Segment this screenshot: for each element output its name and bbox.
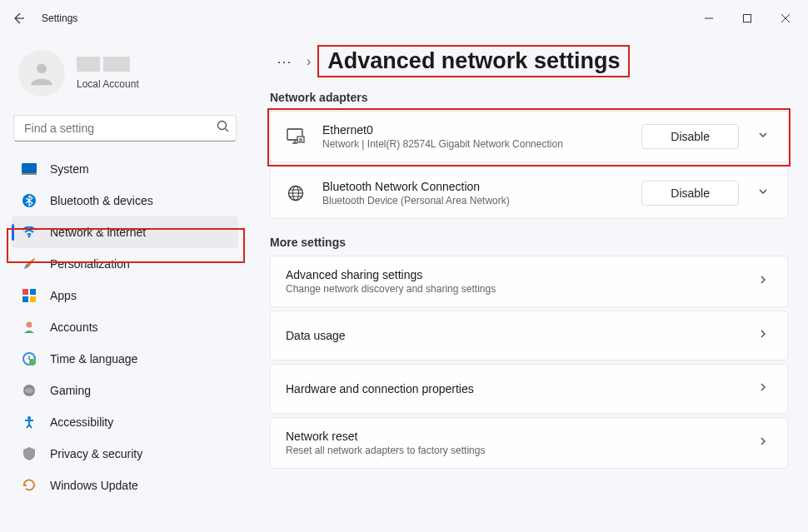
- svg-point-17: [29, 359, 36, 365]
- sidebar-item-label: Network & internet: [50, 226, 146, 239]
- sidebar-item-network[interactable]: Network & internet: [12, 216, 238, 248]
- adapter-card-ethernet[interactable]: Ethernet0 Network | Intel(R) 82574L Giga…: [270, 111, 788, 162]
- content-area: ⋯ › Advanced network settings Network ad…: [250, 37, 808, 532]
- avatar: [18, 50, 65, 97]
- update-icon: [22, 478, 37, 493]
- svg-line-6: [226, 129, 229, 132]
- person-icon: [27, 59, 56, 87]
- card-sub: Change network discovery and sharing set…: [286, 283, 754, 295]
- sidebar-item-label: Windows Update: [50, 479, 138, 492]
- sidebar-item-accessibility[interactable]: Accessibility: [12, 406, 238, 438]
- arrow-left-icon: [12, 12, 25, 25]
- sidebar-item-privacy[interactable]: Privacy & security: [12, 438, 238, 470]
- username-redacted: [103, 57, 130, 72]
- sidebar: Local Account System Bluetooth & devices…: [0, 37, 250, 532]
- svg-point-5: [218, 122, 227, 130]
- disable-button[interactable]: Disable: [641, 181, 739, 206]
- sidebar-item-label: Apps: [50, 289, 77, 302]
- svg-rect-14: [30, 296, 36, 302]
- setting-card-sharing[interactable]: Advanced sharing settings Change network…: [270, 256, 788, 307]
- profile-section[interactable]: Local Account: [12, 45, 238, 108]
- svg-rect-7: [22, 163, 37, 173]
- sidebar-item-personalization[interactable]: Personalization: [12, 248, 238, 280]
- sidebar-item-label: Bluetooth & devices: [50, 194, 153, 207]
- account-type-label: Local Account: [77, 78, 139, 90]
- svg-point-4: [37, 63, 47, 73]
- card-title: Advanced sharing settings: [286, 268, 754, 281]
- sidebar-item-label: Time & language: [50, 352, 137, 365]
- minimize-icon: [705, 14, 713, 22]
- maximize-button[interactable]: [728, 5, 766, 32]
- brush-icon: [22, 256, 37, 271]
- setting-card-hardware[interactable]: Hardware and connection properties: [270, 364, 788, 414]
- clock-icon: [22, 351, 37, 366]
- adapter-name: Ethernet0: [322, 123, 641, 137]
- bluetooth-icon: [22, 193, 37, 208]
- window-controls: [690, 5, 805, 32]
- setting-card-reset[interactable]: Network reset Reset all network adapters…: [270, 417, 788, 469]
- chevron-right-icon: [754, 328, 772, 343]
- card-title: Network reset: [286, 430, 754, 443]
- minimize-button[interactable]: [690, 5, 728, 32]
- chevron-right-icon: [754, 381, 772, 396]
- svg-rect-12: [30, 289, 36, 295]
- sidebar-item-label: Privacy & security: [50, 447, 142, 460]
- chevron-right-icon: [754, 435, 772, 450]
- sidebar-item-apps[interactable]: Apps: [12, 280, 238, 311]
- sidebar-item-accounts[interactable]: Accounts: [12, 311, 238, 343]
- maximize-icon: [743, 14, 751, 22]
- section-label-adapters: Network adapters: [270, 91, 788, 104]
- gaming-icon: [22, 383, 37, 398]
- section-label-more: More settings: [270, 236, 788, 249]
- annotation-highlight: Advanced network settings: [317, 45, 630, 77]
- apps-icon: [22, 288, 37, 303]
- monitor-icon: [286, 128, 306, 145]
- username-redacted: [77, 57, 100, 72]
- setting-card-datausage[interactable]: Data usage: [270, 311, 788, 360]
- chevron-down-icon[interactable]: [754, 129, 772, 144]
- sidebar-item-gaming[interactable]: Gaming: [12, 375, 238, 406]
- adapter-name: Bluetooth Network Connection: [322, 180, 641, 193]
- svg-rect-8: [22, 173, 37, 175]
- shield-icon: [22, 446, 37, 461]
- sidebar-item-label: Accessibility: [50, 415, 113, 429]
- close-button[interactable]: [766, 5, 805, 32]
- disable-button[interactable]: Disable: [641, 124, 739, 149]
- sidebar-item-label: Gaming: [50, 384, 91, 397]
- card-sub: Reset all network adapters to factory se…: [286, 445, 754, 456]
- back-button[interactable]: [3, 3, 33, 33]
- search-box: [13, 115, 237, 142]
- wifi-icon: [22, 225, 37, 240]
- system-icon: [22, 162, 37, 177]
- sidebar-item-system[interactable]: System: [12, 153, 238, 185]
- svg-point-15: [27, 322, 32, 328]
- svg-rect-11: [22, 289, 28, 295]
- sidebar-item-update[interactable]: Windows Update: [12, 470, 238, 501]
- sidebar-item-time[interactable]: Time & language: [12, 343, 238, 375]
- svg-point-10: [28, 236, 31, 238]
- accessibility-icon: [22, 415, 37, 430]
- adapter-detail: Bluetooth Device (Personal Area Network): [322, 195, 641, 206]
- globe-icon: [286, 185, 306, 201]
- breadcrumb: ⋯ › Advanced network settings: [270, 45, 788, 77]
- adapter-detail: Network | Intel(R) 82574L Gigabit Networ…: [322, 138, 641, 150]
- search-icon: [217, 120, 230, 137]
- adapter-card-bluetooth[interactable]: Bluetooth Network Connection Bluetooth D…: [270, 167, 788, 219]
- window-title: Settings: [42, 12, 77, 24]
- sidebar-item-bluetooth[interactable]: Bluetooth & devices: [12, 185, 238, 216]
- chevron-down-icon[interactable]: [754, 186, 772, 201]
- chevron-right-icon: ›: [307, 54, 311, 69]
- breadcrumb-ellipsis[interactable]: ⋯: [270, 49, 300, 74]
- close-icon: [781, 14, 790, 22]
- card-title: Hardware and connection properties: [286, 382, 754, 395]
- page-title: Advanced network settings: [324, 48, 623, 74]
- sidebar-item-label: Accounts: [50, 321, 98, 334]
- chevron-right-icon: [754, 274, 772, 289]
- svg-rect-13: [22, 296, 28, 302]
- card-title: Data usage: [286, 329, 754, 342]
- search-input[interactable]: [13, 115, 237, 142]
- sidebar-item-label: System: [50, 162, 89, 176]
- titlebar: Settings: [0, 0, 808, 37]
- sidebar-item-label: Personalization: [50, 257, 130, 271]
- accounts-icon: [22, 320, 37, 335]
